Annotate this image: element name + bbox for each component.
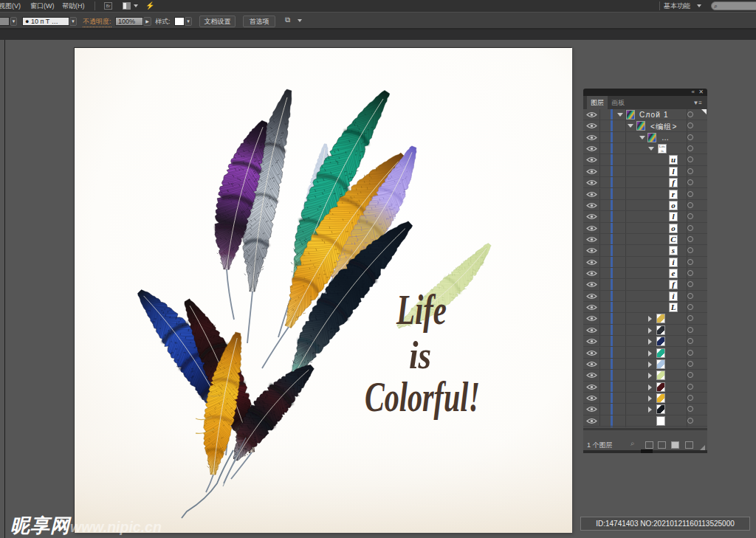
svg-text:is: is — [409, 334, 431, 376]
svg-text:Life: Life — [396, 287, 447, 333]
svg-text:Colorful!: Colorful! — [365, 374, 480, 420]
